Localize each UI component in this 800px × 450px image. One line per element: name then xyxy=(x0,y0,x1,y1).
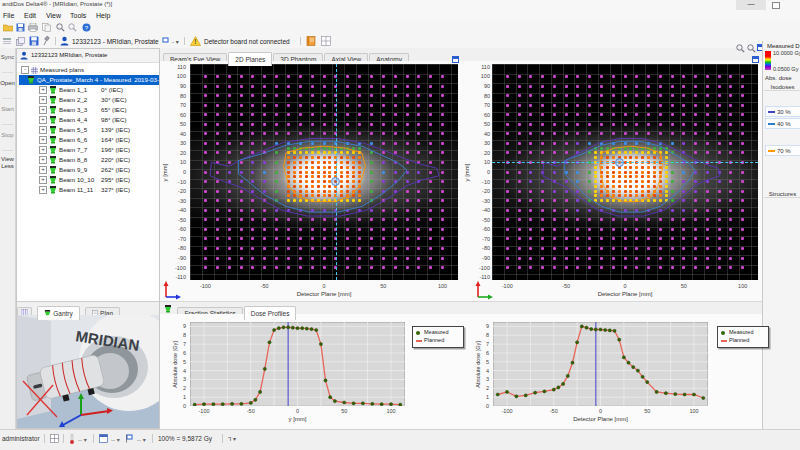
expand-icon[interactable]: + xyxy=(39,166,47,174)
expand-icon[interactable]: + xyxy=(39,116,47,124)
detector-dot xyxy=(553,237,556,240)
menu-help[interactable]: Help xyxy=(96,12,110,19)
detector-dot xyxy=(729,237,732,240)
session-user-label[interactable]: 12332123 - MRIdian, Prostate xyxy=(72,38,159,45)
save-measurement-icon[interactable] xyxy=(29,36,39,46)
tree-beam-item[interactable]: +Beam 5_5139° (IEC) xyxy=(19,125,159,135)
tab-dose-profiles[interactable]: Dose Profiles xyxy=(244,306,297,320)
status-panel-icon[interactable] xyxy=(99,434,108,443)
detector-dot xyxy=(600,185,603,188)
sync-button[interactable]: Sync xyxy=(0,54,15,60)
session-flag-icon[interactable] xyxy=(162,37,170,45)
zoom-out-icon[interactable] xyxy=(747,44,756,53)
profile-left[interactable] xyxy=(190,322,405,406)
status-grid-icon[interactable] xyxy=(50,434,59,443)
tree-beam-item[interactable]: +Beam 3_365° (IEC) xyxy=(19,105,159,115)
detector-dot xyxy=(394,104,397,107)
selected-detector-marker[interactable] xyxy=(615,158,624,167)
crosshair-line[interactable] xyxy=(336,64,337,280)
detector-dot xyxy=(328,151,331,154)
tab-2d-planes[interactable]: 2D Planes xyxy=(228,52,272,66)
detector-dot xyxy=(240,85,243,88)
detector-dot xyxy=(576,237,579,240)
expand-icon[interactable]: + xyxy=(39,146,47,154)
stop-button[interactable]: Stop xyxy=(0,132,15,138)
isodose-item[interactable]: 70 % xyxy=(765,145,800,156)
detector-dot xyxy=(600,156,603,159)
maximize-left-map-button[interactable] xyxy=(452,56,459,63)
zoom-in-icon[interactable] xyxy=(736,44,745,53)
detector-dot xyxy=(311,123,314,126)
tree-beam-item[interactable]: +Beam 4_498° (IEC) xyxy=(19,115,159,125)
expand-icon[interactable]: + xyxy=(39,136,47,144)
open-button[interactable]: Open xyxy=(0,80,15,86)
dose-plane-left[interactable] xyxy=(190,64,458,280)
expand-icon[interactable]: + xyxy=(39,106,47,114)
menu-tools[interactable]: Tools xyxy=(70,12,86,19)
isodose-item[interactable]: 40 % xyxy=(765,118,800,129)
expand-icon[interactable]: + xyxy=(39,96,47,104)
session-dropdown[interactable]: - ▾ xyxy=(172,38,179,45)
tree-beam-item[interactable]: +Beam 6_6164° (IEC) xyxy=(19,135,159,145)
detector-dot xyxy=(635,199,638,202)
menu-file[interactable]: File xyxy=(3,12,14,19)
status-cursor-tool[interactable]: Ꞁ ▾ xyxy=(228,435,236,442)
detector-dot xyxy=(600,175,603,178)
copy-icon[interactable] xyxy=(42,23,51,32)
maximize-right-map-button[interactable] xyxy=(752,56,759,63)
dose-plane-right[interactable] xyxy=(492,64,758,280)
detector-dot xyxy=(682,228,685,231)
status-gauge-icon[interactable] xyxy=(69,434,75,444)
tab-gantry[interactable]: Gantry xyxy=(37,306,79,320)
selected-detector-marker[interactable] xyxy=(331,177,340,186)
detector-dot xyxy=(370,75,373,78)
grid-window-icon[interactable] xyxy=(321,36,331,46)
detector-dot xyxy=(370,94,373,97)
menu-view[interactable]: View xyxy=(46,12,61,19)
tree-beam-item[interactable]: +Beam 11_11327° (IEC) xyxy=(19,185,159,195)
expand-icon[interactable]: + xyxy=(39,156,47,164)
expand-icon[interactable]: + xyxy=(39,86,47,94)
view-less-button[interactable]: View Less xyxy=(0,156,15,170)
tree-beam-item[interactable]: +Beam 8_8220° (IEC) xyxy=(19,155,159,165)
tree-beam-item[interactable]: +Beam 10_10295° (IEC) xyxy=(19,175,159,185)
y-tick-label: -80 xyxy=(166,245,186,251)
tree-beam-item[interactable]: +Beam 9_9262° (IEC) xyxy=(19,165,159,175)
layout-icon[interactable] xyxy=(3,38,11,45)
detector-dot xyxy=(358,132,361,135)
menu-edit[interactable]: Edit xyxy=(24,12,36,19)
save-icon[interactable] xyxy=(16,23,25,32)
help-icon[interactable]: ? xyxy=(82,23,91,32)
status-panel-value[interactable]: -- ▾ xyxy=(111,436,120,443)
detector-dot xyxy=(518,85,521,88)
layers-icon[interactable] xyxy=(16,37,25,46)
detector-dot xyxy=(694,142,697,145)
notebook-icon[interactable] xyxy=(306,36,316,46)
open-folder-icon[interactable] xyxy=(3,23,13,32)
crosshair-line[interactable] xyxy=(492,162,758,163)
zoom-in-icon[interactable] xyxy=(56,23,65,32)
print-icon[interactable] xyxy=(28,23,38,32)
pin-icon[interactable] xyxy=(43,36,51,46)
minimize-button[interactable]: — xyxy=(736,0,766,10)
tree-plan-item[interactable]: QA_Prostate_March 4 - Measured 2019-03-1… xyxy=(19,75,159,85)
tree-beam-item[interactable]: +Beam 7_7196° (IEC) xyxy=(19,145,159,155)
status-flag-icon[interactable] xyxy=(126,434,134,443)
start-button[interactable]: Start xyxy=(0,106,15,112)
restore-button[interactable] xyxy=(772,2,780,9)
detector-dot xyxy=(600,218,603,221)
tree-beam-item[interactable]: +Beam 2_230° (IEC) xyxy=(19,95,159,105)
detector-dot xyxy=(565,85,568,88)
isodose-item[interactable]: 30 % xyxy=(765,106,800,117)
gantry-3d-view[interactable]: MRIDIAN xyxy=(17,315,159,428)
collapse-icon[interactable]: - xyxy=(21,66,29,74)
status-flag-value[interactable]: -- ▾ xyxy=(137,436,146,443)
profile-right[interactable] xyxy=(493,322,708,406)
zoom-out-icon[interactable] xyxy=(68,23,77,32)
expand-icon[interactable]: + xyxy=(39,176,47,184)
tree-beam-item[interactable]: +Beam 1_10° (IEC) xyxy=(19,85,159,95)
tree-root-item[interactable]: - Measured plans xyxy=(19,65,159,75)
expand-icon[interactable]: + xyxy=(39,186,47,194)
status-gauge-value[interactable]: -- ▾ xyxy=(78,436,87,443)
expand-icon[interactable]: + xyxy=(39,126,47,134)
